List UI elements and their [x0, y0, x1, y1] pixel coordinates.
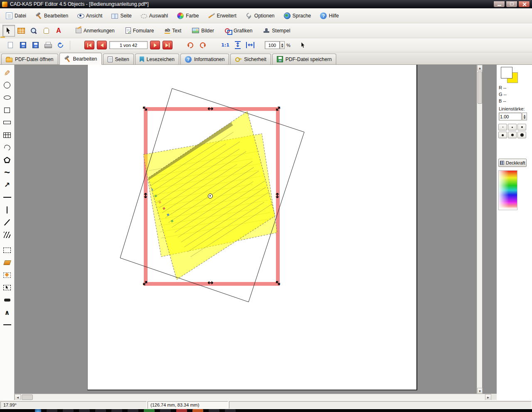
line-width-5-button[interactable] [508, 132, 517, 138]
line-width-6-button[interactable] [517, 132, 526, 138]
tab-lesezeichen[interactable]: Lesezeichen [135, 54, 179, 64]
line-width-spinner[interactable]: ▲▼ [522, 113, 527, 120]
rotate-left-button[interactable] [184, 39, 197, 51]
tool-hatch-lines[interactable] [1, 228, 13, 241]
tool-line[interactable] [1, 319, 13, 331]
line-width-1-button[interactable] [498, 124, 507, 130]
color-picker-gradient[interactable] [498, 170, 517, 210]
stamp-group-button[interactable]: Stempel [263, 27, 290, 34]
line-width-input[interactable] [499, 113, 522, 120]
new-button[interactable] [4, 39, 17, 51]
vertical-scroll-thumb[interactable] [478, 71, 482, 104]
tool-selection-rect[interactable] [1, 244, 13, 256]
next-page-button[interactable] [150, 41, 160, 49]
undo-button[interactable] [54, 39, 66, 51]
tool-circle[interactable] [1, 79, 13, 91]
grid-panel-button[interactable] [15, 25, 27, 37]
opacity-button[interactable]: Deckkraft [498, 159, 527, 167]
tool-flat-rectangle[interactable] [1, 116, 13, 129]
scroll-right-button[interactable]: ▶ [485, 394, 491, 400]
scroll-up-button[interactable]: ▲ [477, 65, 483, 71]
tool-wave[interactable] [1, 166, 13, 179]
resize-handle-right[interactable]: ↕ [273, 192, 281, 199]
images-group-button[interactable]: Bilder [192, 28, 214, 34]
tool-diagonal-line[interactable] [1, 216, 13, 228]
tab-seiten[interactable]: Seiten [103, 54, 134, 64]
forms-group-button[interactable]: Fomulare [126, 27, 154, 34]
taskbar-icon[interactable] [192, 409, 203, 412]
taskbar[interactable] [0, 409, 532, 412]
minimize-button[interactable] [493, 1, 505, 7]
tool-ellipse[interactable] [1, 91, 13, 104]
tool-marker-rect[interactable] [1, 269, 13, 281]
zoom-100-button[interactable]: 1:1 [219, 39, 232, 51]
save-button[interactable] [17, 39, 29, 51]
tool-table[interactable] [1, 129, 13, 141]
menu-ansicht[interactable]: Ansicht [76, 11, 104, 20]
tool-caret[interactable] [1, 306, 13, 319]
pdf-page[interactable]: ↔ ↔ ↔ ↕ ↕ ↔ ↔ ↔ [87, 65, 417, 390]
taskbar-icon[interactable] [160, 409, 171, 412]
save-as-button[interactable] [29, 39, 42, 51]
fit-width-button[interactable] [244, 39, 256, 51]
horizontal-scrollbar[interactable]: ◀ ▶ [15, 394, 491, 400]
taskbar-icon[interactable] [209, 409, 219, 412]
taskbar-icon[interactable] [35, 409, 41, 412]
menu-hilfe[interactable]: ?Hilfe [318, 11, 340, 20]
previous-page-button[interactable] [97, 41, 107, 49]
taskbar-icon[interactable] [176, 409, 187, 412]
menu-auswahl[interactable]: Auswahl [139, 12, 170, 20]
document-canvas[interactable]: ↔ ↔ ↔ ↕ ↕ ↔ ↔ ↔ [15, 65, 491, 394]
tool-horizontal-line[interactable] [1, 191, 13, 204]
tool-select-object[interactable] [1, 281, 13, 294]
taskbar-icon[interactable] [95, 409, 106, 412]
tool-highlighter[interactable] [1, 256, 13, 269]
tab-pdf-open[interactable]: PDF-Datei öffnen [1, 54, 58, 64]
tab-informationen[interactable]: ?Informationen [180, 54, 229, 64]
tool-filled-bar[interactable] [1, 294, 13, 306]
font-tool-button[interactable]: A [52, 25, 65, 37]
fit-height-button[interactable] [232, 39, 244, 51]
text-group-button[interactable]: abText [165, 27, 181, 34]
tool-vertical-line[interactable] [1, 204, 13, 216]
tab-pdf-save[interactable]: PDF-Datei speichern [272, 54, 336, 64]
tool-rectangle[interactable] [1, 104, 13, 116]
taskbar-icon[interactable] [63, 409, 74, 412]
line-width-3-button[interactable] [517, 124, 526, 130]
tool-polygon[interactable] [1, 154, 13, 166]
scroll-down-button[interactable]: ▼ [477, 388, 483, 394]
scroll-left-button[interactable]: ◀ [15, 394, 21, 400]
first-page-button[interactable] [84, 41, 94, 49]
taskbar-icon[interactable] [111, 409, 122, 412]
menu-bearbeiten[interactable]: Bearbeiten [34, 11, 70, 20]
zoom-spinner[interactable]: ▲▼ [280, 41, 285, 49]
resize-handle-left[interactable]: ↕ [142, 192, 149, 199]
last-page-button[interactable] [163, 41, 172, 49]
maximize-button[interactable] [506, 1, 517, 7]
rotate-right-button[interactable] [197, 39, 209, 51]
taskbar-icon[interactable] [225, 409, 236, 412]
line-width-4-button[interactable] [498, 132, 507, 138]
taskbar-icon[interactable] [144, 409, 155, 412]
menu-farbe[interactable]: Farbe [175, 11, 200, 20]
print-button[interactable] [42, 39, 54, 51]
line-color-swatch[interactable] [501, 67, 512, 78]
zoom-tool-button[interactable] [27, 25, 40, 37]
cursor-mode-button[interactable] [297, 39, 310, 51]
menu-optionen[interactable]: Optionen [244, 11, 276, 20]
menu-erweitert[interactable]: Erweitert [207, 11, 238, 20]
tool-pen[interactable] [1, 66, 13, 79]
tab-sicherheit[interactable]: Sicherheit [230, 54, 271, 64]
taskbar-icon[interactable] [128, 409, 138, 412]
menu-datei[interactable]: Datei [4, 11, 28, 20]
page-number-field[interactable] [109, 41, 148, 49]
taskbar-icon[interactable] [47, 409, 57, 412]
zoom-input[interactable] [265, 41, 280, 49]
menu-sprache[interactable]: Sprache [282, 11, 313, 20]
horizontal-scroll-thumb[interactable] [22, 395, 33, 400]
line-width-2-button[interactable] [508, 124, 517, 130]
annotations-group-button[interactable]: Anmerkungen [76, 28, 115, 34]
rotation-center-marker[interactable] [208, 194, 213, 199]
tab-bearbeiten[interactable]: Bearbeiten [59, 53, 102, 65]
hand-tool-button[interactable] [40, 25, 52, 37]
